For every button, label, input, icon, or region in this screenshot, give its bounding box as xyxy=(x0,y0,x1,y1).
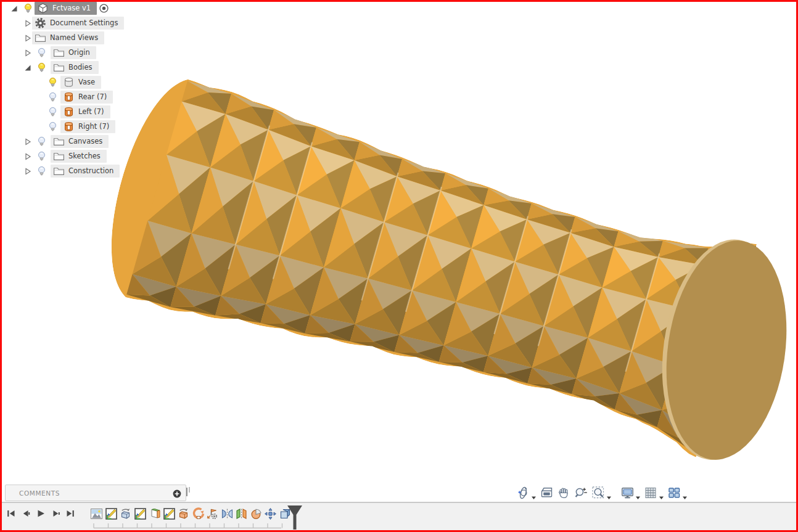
display-settings-icon xyxy=(620,486,635,500)
tree-item[interactable]: Right (7) xyxy=(60,120,115,133)
tree-row-right-7[interactable]: Right (7) xyxy=(0,120,185,134)
tree-item[interactable]: Named Views xyxy=(32,31,104,44)
timeline-feature-canvas-icon[interactable] xyxy=(90,507,103,520)
timeline-feature-revolve-icon[interactable] xyxy=(119,507,132,520)
chevron-down-icon[interactable] xyxy=(682,491,688,495)
zoom-window-button[interactable] xyxy=(591,486,612,500)
tree-item[interactable]: Document Settings xyxy=(32,17,124,30)
timeline-feature-move-icon[interactable] xyxy=(264,507,277,520)
visibility-bulb-off-icon[interactable] xyxy=(37,151,46,162)
tree-item-label: Right (7) xyxy=(78,121,109,133)
tree-item-label: Bodies xyxy=(68,62,93,73)
browser-tree: Fctvase v1Document SettingsNamed ViewsOr… xyxy=(0,1,185,179)
zoom-button[interactable] xyxy=(574,486,588,500)
body-orange-icon xyxy=(63,91,75,103)
collapse-arrow-icon[interactable] xyxy=(10,4,19,12)
collapse-arrow-icon[interactable] xyxy=(23,63,32,72)
chevron-down-icon[interactable] xyxy=(606,491,612,495)
tree-row-canvases[interactable]: Canvases xyxy=(0,134,185,149)
activate-component-radio-icon[interactable] xyxy=(99,3,109,14)
body-orange-icon xyxy=(63,106,75,118)
tree-item[interactable]: Bodies xyxy=(51,61,99,74)
folder-icon xyxy=(53,165,65,177)
tree-item[interactable]: Left (7) xyxy=(60,105,110,118)
folder-icon xyxy=(53,62,65,73)
cylinder-icon xyxy=(63,76,75,88)
navigation-toolbar xyxy=(516,484,691,501)
tree-item-label: Origin xyxy=(68,47,90,59)
look-at-button[interactable] xyxy=(540,486,554,500)
timeline-feature-revolve-orange-icon[interactable] xyxy=(177,507,190,520)
timeline-feature-mirror-icon[interactable] xyxy=(221,507,234,520)
grid-snaps-button[interactable] xyxy=(644,486,664,500)
tree-row-document-settings[interactable]: Document Settings xyxy=(0,16,185,31)
tree-row-origin[interactable]: Origin xyxy=(0,46,185,60)
expand-arrow-icon[interactable] xyxy=(23,33,32,42)
folder-icon xyxy=(35,32,46,44)
tree-item-label: Canvases xyxy=(68,136,102,147)
visibility-bulb-off-icon[interactable] xyxy=(37,136,46,147)
add-comment-icon[interactable] xyxy=(173,489,181,497)
expand-arrow-icon[interactable] xyxy=(23,152,32,160)
look-at-icon xyxy=(540,486,554,500)
timeline-feature-sketch-icon[interactable] xyxy=(163,507,176,520)
comments-resize-grip[interactable] xyxy=(186,487,191,497)
tree-row-named-views[interactable]: Named Views xyxy=(0,31,185,46)
timeline-playhead[interactable] xyxy=(286,505,303,531)
timeline-feature-circular-pattern-icon[interactable] xyxy=(192,507,205,520)
pan-button[interactable] xyxy=(557,486,571,500)
timeline-feature-flag-gear-icon[interactable] xyxy=(206,507,219,520)
tree-row-left-7[interactable]: Left (7) xyxy=(0,105,185,120)
timeline-feature-sketch-icon[interactable] xyxy=(134,507,147,520)
chevron-down-icon[interactable] xyxy=(531,491,537,495)
tree-row-rear-7[interactable]: Rear (7) xyxy=(0,90,185,105)
zoom-icon xyxy=(574,486,588,500)
tree-row-fctvase-v1[interactable]: Fctvase v1 xyxy=(0,1,185,16)
visibility-bulb-off-icon[interactable] xyxy=(48,121,57,133)
timeline-feature-split-body-icon[interactable] xyxy=(250,507,263,520)
display-settings-button[interactable] xyxy=(620,486,641,500)
tree-item[interactable]: Rear (7) xyxy=(60,91,113,104)
tree-item[interactable]: Sketches xyxy=(51,150,107,163)
tree-item[interactable]: Construction xyxy=(51,165,120,178)
timeline-feature-sketch-icon[interactable] xyxy=(105,507,118,520)
folder-icon xyxy=(53,47,65,59)
tree-item-label: Left (7) xyxy=(78,106,104,118)
tree-row-bodies[interactable]: Bodies xyxy=(0,60,185,75)
expand-arrow-icon[interactable] xyxy=(23,48,32,57)
tree-row-vase[interactable]: Vase xyxy=(0,75,185,90)
vase-faceted-surface[interactable] xyxy=(112,80,757,457)
tree-item[interactable]: Origin xyxy=(51,46,96,59)
tree-item-label: Rear (7) xyxy=(78,91,107,103)
tree-item-label: Construction xyxy=(68,165,113,177)
visibility-bulb-on-icon[interactable] xyxy=(48,77,57,88)
visibility-bulb-off-icon[interactable] xyxy=(48,92,57,103)
tree-item-label: Vase xyxy=(78,76,95,88)
visibility-bulb-off-icon[interactable] xyxy=(48,107,57,118)
tree-item-label: Document Settings xyxy=(50,17,118,29)
tree-item[interactable]: Vase xyxy=(60,76,101,89)
viewports-icon xyxy=(667,486,681,500)
visibility-bulb-on-icon[interactable] xyxy=(37,62,46,73)
tree-row-sketches[interactable]: Sketches xyxy=(0,149,185,164)
chevron-down-icon[interactable] xyxy=(659,491,664,495)
expand-arrow-icon[interactable] xyxy=(23,18,32,27)
folder-icon xyxy=(53,136,65,147)
visibility-bulb-off-icon[interactable] xyxy=(37,47,46,59)
timeline-feature-thicken-icon[interactable] xyxy=(148,507,161,520)
chevron-down-icon[interactable] xyxy=(635,491,641,495)
viewports-button[interactable] xyxy=(667,486,688,500)
gear-icon xyxy=(35,17,46,29)
timeline-feature-mirror-planes-icon[interactable] xyxy=(235,507,248,520)
visibility-bulb-on-icon[interactable] xyxy=(23,3,33,14)
expand-arrow-icon[interactable] xyxy=(23,166,32,175)
tree-item-label: Fctvase v1 xyxy=(52,2,91,14)
expand-arrow-icon[interactable] xyxy=(23,137,32,145)
orbit-button[interactable] xyxy=(516,486,537,500)
tree-item[interactable]: Fctvase v1 xyxy=(35,2,97,15)
comments-bar[interactable]: COMMENTS xyxy=(5,485,186,501)
fusion-window: Fctvase v1Document SettingsNamed ViewsOr… xyxy=(0,0,798,532)
tree-row-construction[interactable]: Construction xyxy=(0,164,185,179)
tree-item[interactable]: Canvases xyxy=(51,135,109,148)
visibility-bulb-off-icon[interactable] xyxy=(37,166,46,177)
